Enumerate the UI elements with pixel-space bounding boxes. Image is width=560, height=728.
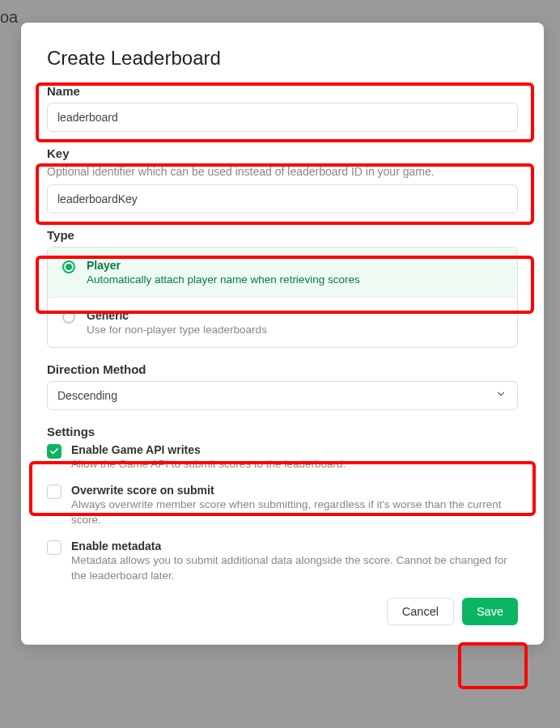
settings-field-group: Settings xyxy=(47,425,518,438)
save-button[interactable]: Save xyxy=(462,598,518,625)
radio-title: Generic xyxy=(87,309,503,322)
setting-enable-metadata: Enable metadata Metadata allows you to s… xyxy=(47,540,518,584)
direction-select-wrap: Descending xyxy=(47,381,518,410)
checkbox-enable-api-writes[interactable] xyxy=(47,444,62,459)
radio-title: Player xyxy=(87,259,503,272)
type-label: Type xyxy=(47,228,518,242)
setting-enable-api-writes: Enable Game API writes Allow the Game AP… xyxy=(47,443,518,472)
name-input[interactable] xyxy=(47,103,518,132)
highlight-save xyxy=(458,642,528,689)
create-leaderboard-modal: Create Leaderboard Name Key Optional ide… xyxy=(21,23,544,645)
radio-body: Player Automatically attach player name … xyxy=(87,259,503,286)
key-label: Key xyxy=(47,146,518,160)
checkbox-enable-metadata[interactable] xyxy=(47,540,62,555)
modal-actions: Cancel Save xyxy=(47,598,518,625)
cancel-button[interactable]: Cancel xyxy=(387,598,454,625)
background-text: oa xyxy=(0,8,18,27)
type-option-player[interactable]: Player Automatically attach player name … xyxy=(48,248,517,297)
check-body: Overwrite score on submit Always overwri… xyxy=(71,484,518,528)
type-field-group: Type Player Automatically attach player … xyxy=(47,228,518,348)
check-title: Enable Game API writes xyxy=(71,443,518,456)
setting-overwrite-score: Overwrite score on submit Always overwri… xyxy=(47,484,518,528)
checkbox-overwrite-score[interactable] xyxy=(47,485,62,499)
check-title: Enable metadata xyxy=(71,540,518,552)
direction-label: Direction Method xyxy=(47,362,518,376)
name-label: Name xyxy=(47,84,518,98)
settings-label: Settings xyxy=(47,425,518,438)
check-title: Overwrite score on submit xyxy=(71,484,518,497)
radio-desc: Automatically attach player name when re… xyxy=(87,273,503,286)
key-field-group: Key Optional identifier which can be use… xyxy=(47,146,518,214)
direction-field-group: Direction Method Descending xyxy=(47,362,518,410)
check-body: Enable metadata Metadata allows you to s… xyxy=(71,540,518,584)
radio-body: Generic Use for non-player type leaderbo… xyxy=(87,309,503,336)
check-desc: Allow the Game API to submit scores to t… xyxy=(71,457,518,472)
radio-icon xyxy=(62,260,75,273)
radio-icon xyxy=(62,311,75,324)
radio-desc: Use for non-player type leaderboards xyxy=(87,324,503,336)
name-field-group: Name xyxy=(47,84,518,132)
check-desc: Always overwrite member score when submi… xyxy=(71,497,518,528)
modal-title: Create Leaderboard xyxy=(47,47,518,70)
check-desc: Metadata allows you to submit additional… xyxy=(71,553,518,584)
key-hint: Optional identifier which can be used in… xyxy=(47,165,518,178)
type-option-generic[interactable]: Generic Use for non-player type leaderbo… xyxy=(48,297,517,347)
type-radio-group: Player Automatically attach player name … xyxy=(47,247,518,348)
direction-select[interactable]: Descending xyxy=(47,381,518,410)
check-body: Enable Game API writes Allow the Game AP… xyxy=(71,443,518,472)
key-input[interactable] xyxy=(47,184,518,214)
